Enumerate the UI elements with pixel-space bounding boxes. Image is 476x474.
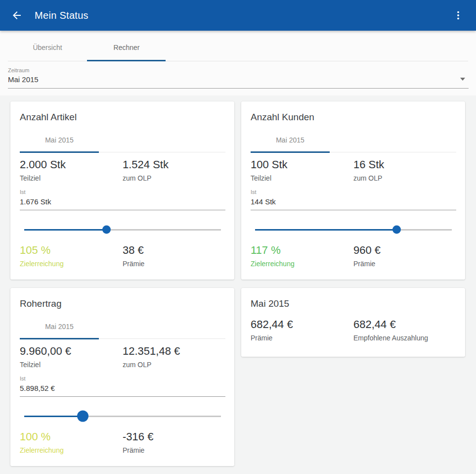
olp-value: 16 Stk	[353, 158, 456, 171]
period-select-value: Mai 2015	[8, 75, 469, 84]
slider-fill	[24, 229, 107, 231]
slider-thumb[interactable]	[102, 226, 111, 234]
result-row: 105 % Zielerreichung 38 € Prämie	[20, 244, 225, 268]
olp-label: zum OLP	[123, 361, 225, 369]
back-button[interactable]	[7, 5, 27, 25]
achievement-value: 100 %	[20, 430, 123, 443]
olp-block: 1.524 Stk zum OLP	[123, 158, 225, 182]
card-period-tabs: Mai 2015	[20, 130, 225, 152]
premium-block: 960 € Prämie	[353, 244, 456, 268]
metric-card-rohertrag: Rohertrag Mai 2015 9.960,00 € Teilziel 1…	[10, 288, 234, 466]
achievement-value: 117 %	[251, 244, 353, 257]
summary-row: 682,44 € Prämie 682,44 € Empfohlene Ausz…	[251, 318, 456, 342]
period-select[interactable]: Zeitraum Mai 2015	[8, 65, 469, 89]
card-tab-period[interactable]: Mai 2015	[251, 136, 330, 144]
ist-value: 5.898,52 €	[20, 384, 225, 392]
card-title: Anzahl Kunden	[251, 112, 456, 123]
target-label: Teilziel	[20, 361, 123, 369]
app-bar: Mein Status	[0, 0, 476, 31]
period-select-label: Zeitraum	[8, 67, 469, 73]
premium-block: 38 € Prämie	[123, 244, 225, 268]
summary-payout-block: 682,44 € Empfohlene Auszahlung	[353, 318, 456, 342]
ist-label: Ist	[20, 189, 225, 195]
slider-thumb[interactable]	[392, 226, 401, 234]
summary-card-title: Mai 2015	[251, 298, 456, 309]
premium-value: -316 €	[123, 430, 225, 443]
olp-label: zum OLP	[353, 174, 456, 182]
result-row: 100 % Zielerreichung -316 € Prämie	[20, 430, 225, 454]
card-title: Anzahl Artikel	[20, 112, 225, 123]
target-value: 2.000 Stk	[20, 158, 123, 171]
result-row: 117 % Zielerreichung 960 € Prämie	[251, 244, 456, 268]
slider-track	[24, 416, 221, 417]
achievement-label: Zielerreichung	[20, 446, 123, 454]
target-label: Teilziel	[251, 174, 353, 182]
olp-value: 12.351,48 €	[123, 345, 225, 358]
olp-block: 12.351,48 € zum OLP	[123, 345, 225, 369]
target-block: 2.000 Stk Teilziel	[20, 158, 123, 182]
metric-card-anzahl-kunden: Anzahl Kunden Mai 2015 100 Stk Teilziel …	[241, 101, 465, 280]
active-tab-indicator	[87, 60, 166, 61]
achievement-block: 105 % Zielerreichung	[20, 244, 123, 268]
main-tabs: Übersicht Rechner	[8, 31, 468, 61]
card-period-tabs: Mai 2015	[251, 130, 456, 152]
slider-fill	[255, 229, 397, 231]
target-block: 9.960,00 € Teilziel	[20, 345, 123, 369]
achievement-label: Zielerreichung	[251, 260, 353, 268]
premium-label: Prämie	[123, 446, 225, 454]
card-title: Rohertrag	[20, 298, 225, 309]
achievement-block: 117 % Zielerreichung	[251, 244, 353, 268]
target-value: 100 Stk	[251, 158, 353, 171]
arrow-left-icon	[11, 9, 23, 21]
summary-premium-label: Prämie	[251, 334, 353, 342]
ist-value: 144 Stk	[251, 197, 456, 206]
summary-card: Mai 2015 682,44 € Prämie 682,44 € Empfoh…	[241, 288, 465, 357]
slider-fill	[24, 416, 83, 417]
ist-label: Ist	[20, 376, 225, 381]
card-tab-indicator	[20, 151, 99, 153]
target-label: Teilziel	[20, 174, 123, 182]
olp-block: 16 Stk zum OLP	[353, 158, 456, 182]
target-row: 9.960,00 € Teilziel 12.351,48 € zum OLP	[20, 345, 225, 369]
slider-thumb[interactable]	[77, 411, 88, 422]
tab-uebersicht[interactable]: Übersicht	[8, 44, 87, 61]
top-section: Übersicht Rechner Zeitraum Mai 2015	[0, 31, 476, 95]
kebab-menu-icon	[453, 10, 464, 21]
ist-field[interactable]: Ist 144 Stk	[251, 189, 456, 210]
olp-label: zum OLP	[123, 174, 225, 182]
ist-field[interactable]: Ist 1.676 Stk	[20, 189, 225, 210]
summary-premium-block: 682,44 € Prämie	[251, 318, 353, 342]
summary-payout-value: 682,44 €	[353, 318, 456, 331]
summary-payout-label: Empfohlene Auszahlung	[353, 334, 456, 342]
achievement-slider[interactable]	[24, 224, 221, 236]
page-title: Mein Status	[35, 10, 88, 21]
card-tab-period[interactable]: Mai 2015	[20, 323, 99, 331]
slider-track	[255, 229, 452, 231]
target-row: 100 Stk Teilziel 16 Stk zum OLP	[251, 158, 456, 182]
premium-label: Prämie	[123, 260, 225, 268]
ist-label: Ist	[251, 189, 456, 195]
achievement-slider[interactable]	[255, 224, 452, 236]
card-tab-indicator	[251, 151, 330, 153]
achievement-slider[interactable]	[24, 410, 221, 422]
overflow-menu-button[interactable]	[448, 5, 468, 25]
card-tab-period[interactable]: Mai 2015	[20, 136, 99, 144]
metric-card-anzahl-artikel: Anzahl Artikel Mai 2015 2.000 Stk Teilzi…	[10, 101, 234, 280]
ist-field[interactable]: Ist 5.898,52 €	[20, 376, 225, 397]
summary-premium-value: 682,44 €	[251, 318, 353, 331]
premium-value: 38 €	[123, 244, 225, 257]
tab-rechner[interactable]: Rechner	[87, 44, 166, 61]
target-value: 9.960,00 €	[20, 345, 123, 358]
olp-value: 1.524 Stk	[123, 158, 225, 171]
premium-block: -316 € Prämie	[123, 430, 225, 454]
target-block: 100 Stk Teilziel	[251, 158, 353, 182]
achievement-label: Zielerreichung	[20, 260, 123, 268]
achievement-block: 100 % Zielerreichung	[20, 430, 123, 454]
chevron-down-icon	[460, 78, 465, 81]
card-period-tabs: Mai 2015	[20, 316, 225, 339]
slider-track	[24, 229, 221, 231]
premium-value: 960 €	[353, 244, 456, 257]
target-row: 2.000 Stk Teilziel 1.524 Stk zum OLP	[20, 158, 225, 182]
card-tab-indicator	[20, 338, 99, 339]
cards-grid: Anzahl Artikel Mai 2015 2.000 Stk Teilzi…	[0, 95, 476, 471]
